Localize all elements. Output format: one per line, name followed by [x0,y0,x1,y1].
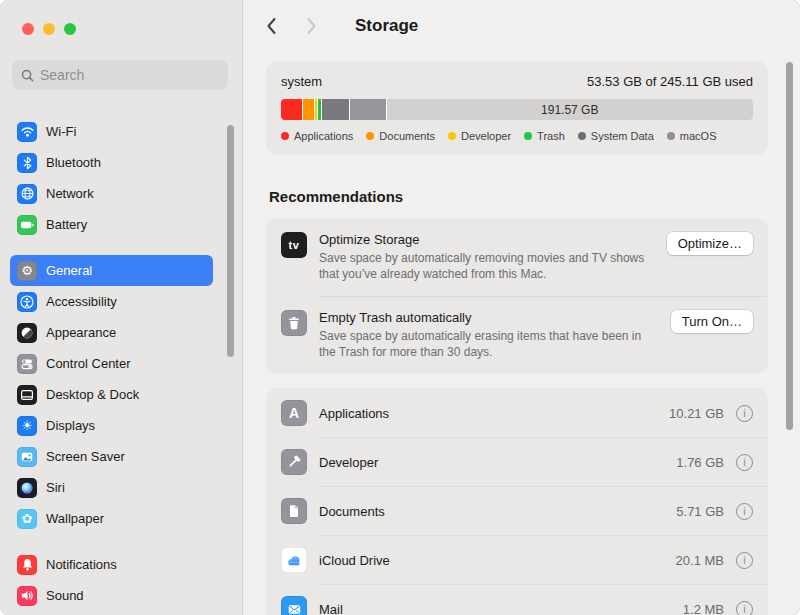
main-header: Storage [243,0,800,52]
usage-row-documents[interactable]: Documents 5.71 GB i [267,487,767,535]
sidebar-item-label: Network [46,186,94,201]
close-button[interactable] [22,23,34,35]
legend-label: Developer [461,130,511,142]
legend-label: Applications [294,130,353,142]
back-button[interactable] [257,12,285,40]
sidebar-item-label: General [46,263,92,278]
usage-value: 1.76 GB [676,455,724,470]
recommendation-title: Empty Trash automatically [319,310,645,325]
volume-name: system [281,74,322,89]
search-field[interactable] [12,60,228,90]
window-controls [22,23,76,35]
sidebar-item-label: Control Center [46,356,131,371]
main-content: system 53.53 GB of 245.11 GB used 191.57… [267,52,767,615]
sidebar-item-notifications[interactable]: Notifications [10,549,213,580]
sidebar-item-label: Sound [46,588,84,603]
main-scrollbar[interactable] [786,62,793,430]
usage-label: iCloud Drive [319,553,676,568]
sidebar-item-label: Battery [46,217,87,232]
sidebar-item-sound[interactable]: Sound [10,580,213,611]
sidebar-item-label: Notifications [46,557,117,572]
legend-label: macOS [680,130,717,142]
optimize-button[interactable]: Optimize… [667,232,753,255]
gear-icon: ⚙ [17,261,37,281]
sidebar-scrollbar[interactable] [227,125,234,357]
desktop-dock-icon [17,385,37,405]
usage-value: 1.2 MB [683,602,724,615]
sidebar-item-desktop-dock[interactable]: Desktop & Dock [10,379,213,410]
bluetooth-icon [17,153,37,173]
legend-dot [448,132,456,140]
developer-icon [281,449,307,475]
applications-icon: A [281,400,307,426]
sidebar-item-siri[interactable]: Siri [10,472,213,503]
bar-segment-free: 191.57 GB [387,99,753,120]
chevron-left-icon [266,17,277,35]
sidebar-item-control-center[interactable]: Control Center [10,348,213,379]
info-icon[interactable]: i [736,454,753,471]
zoom-button[interactable] [64,23,76,35]
turn-on-button[interactable]: Turn On… [671,310,753,333]
globe-icon [17,184,37,204]
sidebar-item-label: Bluetooth [46,155,101,170]
recommendations-heading: Recommendations [269,188,767,205]
sidebar-item-label: Desktop & Dock [46,387,139,402]
recommendation-title: Optimize Storage [319,232,645,247]
search-icon [21,69,34,82]
sidebar-item-accessibility[interactable]: Accessibility [10,286,213,317]
recommendation-description: Save space by automatically removing mov… [319,250,645,283]
search-input[interactable] [40,67,219,83]
usage-row-developer[interactable]: Developer 1.76 GB i [267,438,767,486]
flower-icon: ✿ [17,509,37,529]
storage-legend: Applications Documents Developer Trash S… [281,130,753,142]
usage-row-applications[interactable]: A Applications 10.21 GB i [267,389,767,437]
sidebar-item-screen-saver[interactable]: Screen Saver [10,441,213,472]
sidebar-item-general[interactable]: ⚙ General [10,255,213,286]
storage-bar: 191.57 GB [281,99,753,120]
sun-icon: ☀ [17,416,37,436]
minimize-button[interactable] [43,23,55,35]
usage-label: Developer [319,455,676,470]
usage-value: 20.1 MB [676,553,724,568]
sidebar-item-displays[interactable]: ☀ Displays [10,410,213,441]
recommendations-card: tv Optimize Storage Save space by automa… [267,219,767,373]
mail-icon [281,596,307,615]
usage-row-mail[interactable]: Mail 1.2 MB i [267,585,767,615]
sidebar-item-bluetooth[interactable]: Bluetooth [10,147,213,178]
info-icon[interactable]: i [736,503,753,520]
usage-label: Documents [319,504,676,519]
bar-segment-developer [315,99,318,120]
sidebar-item-label: Displays [46,418,95,433]
legend-dot [366,132,374,140]
info-icon[interactable]: i [736,601,753,615]
forward-button[interactable] [297,12,325,40]
info-icon[interactable]: i [736,552,753,569]
legend-dot [578,132,586,140]
sidebar-item-wallpaper[interactable]: ✿ Wallpaper [10,503,213,534]
legend-dot [524,132,532,140]
bar-segment-applications [281,99,302,120]
sidebar-item-label: Wallpaper [46,511,104,526]
usage-label: Mail [319,602,683,615]
control-center-icon [17,354,37,374]
bar-segment-system-data [322,99,348,120]
usage-list-card: A Applications 10.21 GB i Developer 1.76… [267,389,767,615]
legend-label: Documents [379,130,435,142]
info-icon[interactable]: i [736,405,753,422]
usage-label: Applications [319,406,669,421]
sidebar-item-appearance[interactable]: Appearance [10,317,213,348]
sidebar-item-label: Siri [46,480,65,495]
appearance-icon [17,323,37,343]
legend-label: Trash [537,130,565,142]
usage-row-icloud-drive[interactable]: iCloud Drive 20.1 MB i [267,536,767,584]
sidebar-item-label: Wi-Fi [46,124,76,139]
recommendation-empty-trash: Empty Trash automatically Save space by … [267,297,767,374]
screen-saver-icon [17,447,37,467]
sidebar-item-network[interactable]: Network [10,178,213,209]
sidebar: Wi-Fi Bluetooth Network [0,0,243,615]
sidebar-item-wifi[interactable]: Wi-Fi [10,116,213,147]
legend-dot [281,132,289,140]
recommendation-optimize-storage: tv Optimize Storage Save space by automa… [267,219,767,296]
sidebar-item-battery[interactable]: Battery [10,209,213,240]
siri-icon [17,478,37,498]
